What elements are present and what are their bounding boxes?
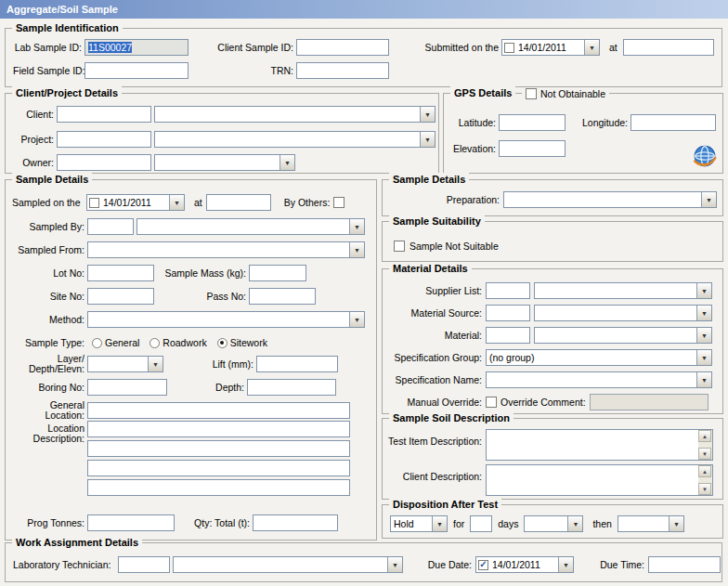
sampled-date-checkbox[interactable]	[89, 198, 99, 208]
client-dropdown-button[interactable]: ▼	[420, 107, 435, 122]
disposition-then-select[interactable]: ▼	[618, 515, 684, 532]
elevation-input[interactable]	[499, 140, 566, 157]
scroll-down-button[interactable]: ▼	[698, 483, 711, 495]
location-description-input-3[interactable]	[87, 460, 350, 476]
owner-dropdown-button[interactable]: ▼	[280, 155, 294, 170]
lab-sample-id-input[interactable]: 11S00027	[84, 39, 188, 56]
boring-no-input[interactable]	[87, 379, 167, 396]
method-dropdown-button[interactable]: ▼	[349, 312, 364, 327]
location-description-input-1[interactable]	[87, 421, 350, 437]
material-source-dropdown-button[interactable]: ▼	[696, 306, 711, 320]
disposition-unit-dropdown-button[interactable]: ▼	[567, 516, 582, 531]
supplier-list-input[interactable]	[486, 282, 530, 299]
sampled-from-dropdown-button[interactable]: ▼	[349, 242, 364, 257]
disposition-action-select[interactable]: Hold ▼	[390, 515, 448, 532]
lab-sample-id-label: Lab Sample ID:	[13, 42, 82, 53]
location-description-input-4[interactable]	[87, 479, 350, 496]
preparation-dropdown-button[interactable]: ▼	[701, 192, 716, 207]
sampled-by-select[interactable]: ▼	[136, 218, 365, 235]
due-date-dropdown-button[interactable]: ▼	[558, 557, 573, 572]
owner-select[interactable]: ▼	[154, 154, 295, 171]
sampled-from-select[interactable]: ▼	[87, 241, 365, 258]
vertical-scrollbar[interactable]: ▲ ▼	[698, 430, 712, 460]
sample-suitability-group: Sample Suitability Sample Not Suitable	[382, 221, 723, 262]
sampled-date-picker[interactable]: 14/01/2011 ▼	[86, 194, 185, 211]
sampled-by-input[interactable]	[87, 218, 134, 235]
not-obtainable-checkbox[interactable]	[526, 88, 537, 99]
specification-name-select[interactable]: ▼	[486, 371, 712, 388]
layer-depth-select[interactable]: ▼	[87, 356, 163, 372]
globe-icon[interactable]	[693, 144, 717, 168]
specification-group-select[interactable]: (no group) ▼	[486, 349, 712, 366]
project-dropdown-button[interactable]: ▼	[420, 132, 435, 147]
material-select[interactable]: ▼	[534, 327, 712, 344]
submitted-date-checkbox[interactable]	[504, 43, 514, 53]
preparation-select[interactable]: ▼	[503, 191, 717, 208]
disposition-then-dropdown-button[interactable]: ▼	[669, 516, 683, 531]
project-code-input[interactable]	[57, 131, 151, 148]
vertical-scrollbar[interactable]: ▲ ▼	[698, 465, 712, 495]
field-sample-id-input[interactable]	[84, 62, 188, 79]
due-time-input[interactable]	[648, 556, 721, 573]
method-select[interactable]: ▼	[87, 311, 365, 328]
disposition-action-dropdown-button[interactable]: ▼	[432, 516, 447, 531]
sample-type-radio-general[interactable]	[92, 338, 102, 348]
layer-depth-dropdown-button[interactable]: ▼	[148, 357, 162, 371]
sample-type-radio-sitework[interactable]	[217, 338, 228, 348]
layer-depth-label: Layer/ Depth/Elevn:	[11, 354, 84, 374]
lot-no-input[interactable]	[87, 265, 154, 281]
longitude-input[interactable]	[630, 114, 716, 131]
client-description-textarea[interactable]: ▲ ▼	[486, 464, 713, 496]
sample-mass-input[interactable]	[249, 265, 306, 281]
specification-group-dropdown-button[interactable]: ▼	[696, 350, 711, 365]
sampled-time-input[interactable]	[206, 194, 271, 211]
test-item-description-textarea[interactable]: ▲ ▼	[486, 429, 713, 461]
depth-input[interactable]	[247, 379, 336, 396]
qty-total-input[interactable]	[253, 514, 338, 531]
submitted-date-dropdown-button[interactable]: ▼	[584, 40, 599, 55]
due-date-checkbox[interactable]: ✓	[478, 560, 488, 570]
sampled-date-dropdown-button[interactable]: ▼	[169, 195, 184, 210]
latitude-input[interactable]	[499, 114, 566, 131]
material-source-select[interactable]: ▼	[534, 305, 712, 321]
material-input[interactable]	[486, 327, 530, 344]
location-description-input-2[interactable]	[87, 440, 350, 457]
window-title: Aggregate/Soil Sample	[6, 4, 118, 15]
scroll-down-button[interactable]: ▼	[698, 448, 711, 460]
manual-override-checkbox[interactable]	[486, 397, 497, 408]
client-description-label: Client Description:	[388, 471, 482, 482]
by-others-checkbox[interactable]	[333, 197, 344, 208]
disposition-then-value	[618, 516, 669, 531]
disposition-days-input[interactable]	[470, 515, 492, 532]
sampled-by-dropdown-button[interactable]: ▼	[349, 219, 364, 234]
general-location-input[interactable]	[87, 402, 350, 419]
client-code-input[interactable]	[57, 106, 151, 123]
sample-type-radio-roadwork[interactable]	[150, 338, 160, 348]
lab-technician-dropdown-button[interactable]: ▼	[387, 557, 402, 572]
sample-not-suitable-checkbox[interactable]	[394, 241, 405, 252]
due-date-picker[interactable]: ✓ 14/01/2011 ▼	[475, 556, 574, 573]
supplier-list-select[interactable]: ▼	[534, 282, 712, 299]
submitted-date-picker[interactable]: 14/01/2011 ▼	[501, 39, 600, 56]
scroll-up-button[interactable]: ▲	[698, 430, 711, 442]
pass-no-input[interactable]	[249, 288, 316, 305]
lab-technician-select[interactable]: ▼	[173, 556, 403, 573]
project-select[interactable]: ▼	[154, 131, 436, 148]
supplier-list-dropdown-button[interactable]: ▼	[696, 283, 711, 298]
material-source-input[interactable]	[486, 305, 530, 321]
disposition-unit-select[interactable]: ▼	[524, 515, 583, 532]
scroll-up-button[interactable]: ▲	[698, 465, 711, 477]
trn-input[interactable]	[296, 62, 389, 79]
client-sample-id-input[interactable]	[296, 39, 389, 56]
owner-code-input[interactable]	[57, 154, 151, 171]
material-dropdown-button[interactable]: ▼	[696, 328, 711, 343]
lab-technician-input[interactable]	[118, 556, 170, 573]
lift-input[interactable]	[256, 356, 338, 372]
submitted-time-input[interactable]	[623, 39, 714, 56]
client-select[interactable]: ▼	[154, 106, 436, 123]
specification-name-dropdown-button[interactable]: ▼	[696, 372, 711, 387]
field-sample-id-row: Field Sample ID:	[13, 62, 188, 79]
prog-tonnes-input[interactable]	[87, 514, 175, 531]
disposition-then-label: then	[592, 518, 611, 529]
site-no-input[interactable]	[87, 288, 154, 305]
